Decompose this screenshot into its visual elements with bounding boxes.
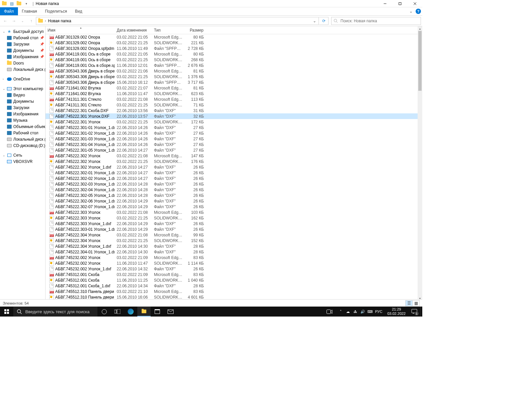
nav-item[interactable]: Рабочий стол📌 (0, 35, 45, 41)
file-row[interactable]: АБВГ.745312.001 Скоба03.02.2022 21:09Mic… (46, 272, 418, 277)
file-row[interactable]: АБВГ.745222.302-05 Уголок_1.dxf22.06.201… (46, 193, 418, 198)
nav-forward-button[interactable]: → (10, 17, 18, 25)
file-row[interactable]: АБВГ.745222.301-04 Уголок_1.dxf22.06.201… (46, 142, 418, 147)
file-row[interactable]: АБВГ.745222.302-01 Уголок_1.dxf22.06.201… (46, 170, 418, 176)
file-row[interactable]: АБВГ.745512.310 Панель двери03.02.2022 2… (46, 289, 418, 294)
nav-item[interactable]: Изображения📌 (0, 54, 45, 60)
close-button[interactable] (407, 0, 422, 7)
nav-item[interactable]: Видео (0, 92, 45, 98)
nav-item[interactable]: VBOXSVR (0, 158, 45, 165)
show-desktop-button[interactable] (420, 307, 422, 317)
file-row[interactable]: АБВГ.711641.002 Втулка11.06.2010 11:47SO… (46, 91, 418, 96)
file-row[interactable]: АБВГ.745222.302-02 Уголок_1.dxf22.06.201… (46, 176, 418, 181)
nav-item[interactable]: Рабочий стол (0, 130, 45, 136)
file-row[interactable]: АБВГ.745222.301 Уголок03.02.2022 21:25SO… (46, 119, 418, 125)
qat-properties-icon[interactable]: ▤ (8, 0, 15, 7)
nav-item[interactable]: Объемные объекты (0, 123, 45, 130)
file-row[interactable]: АБВГ.745222.301 Уголок.DXF22.06.2010 13:… (46, 113, 418, 119)
file-row[interactable]: АБВГ.305343.306 Дверь в сборе.spfpdm15.0… (46, 79, 418, 85)
file-row[interactable]: АБВГ.745222.302-04 Уголок_1.dxf22.06.201… (46, 187, 418, 193)
action-center-button[interactable]: 1 (408, 307, 420, 317)
view-large-button[interactable]: ▦ (412, 300, 420, 306)
tray-volume-icon[interactable]: 🔊 (359, 307, 366, 317)
maximize-button[interactable] (392, 0, 407, 7)
nav-item[interactable]: Doors (0, 60, 45, 66)
nav-item[interactable]: CD-дисковод (D:) V (0, 142, 45, 149)
file-row[interactable]: АБВГ.741311.301 Стекло03.02.2022 21:08Mi… (46, 96, 418, 102)
file-row[interactable]: АБВГ.741311.301 Стекло03.02.2022 21:25SO… (46, 102, 418, 108)
tab-view[interactable]: Вид (71, 7, 86, 15)
tray-onedrive-icon[interactable]: ☁ (345, 307, 351, 317)
nav-item[interactable]: Документы (0, 98, 45, 104)
file-row[interactable]: АБВГ.745222.302-03 Уголок_1.dxf22.06.201… (46, 181, 418, 187)
nav-item[interactable]: Загрузки📌 (0, 41, 45, 47)
nav-quick-access[interactable]: ⌄★Быстрый доступ (0, 28, 45, 35)
nav-item[interactable]: Документы📌 (0, 47, 45, 54)
col-type[interactable]: Тип (152, 26, 185, 34)
search-input[interactable] (340, 18, 419, 24)
vertical-scrollbar[interactable]: ▴ ▾ (418, 26, 422, 301)
nav-item[interactable]: Загрузки (0, 104, 45, 111)
help-button[interactable]: ? (414, 7, 422, 15)
cortana-button[interactable] (97, 307, 111, 317)
qat-folder-icon[interactable] (1, 0, 8, 7)
taskbar-store[interactable] (151, 307, 164, 317)
file-row[interactable]: АБВГ.301329.002 Опора.spfpdm11.06.2010 1… (46, 46, 418, 51)
breadcrumb-root-icon[interactable] (37, 17, 44, 25)
nav-network[interactable]: ⌄Сеть (0, 152, 45, 158)
file-row[interactable]: АБВГ.301329.002 Опора03.02.2022 21:05Mic… (46, 34, 418, 40)
task-view-button[interactable] (111, 307, 124, 317)
qat-open-folder-icon[interactable] (15, 0, 23, 7)
qat-dropdown-icon[interactable]: ▾ (23, 0, 30, 7)
nav-this-pc[interactable]: ⌄Этот компьютер (0, 85, 45, 92)
tray-language[interactable]: РУС (374, 307, 383, 317)
view-details-button[interactable]: ☰ (405, 300, 413, 306)
tab-home[interactable]: Главная (18, 7, 41, 15)
file-row[interactable]: АБВГ.745232.002 Уголок03.02.2022 21:09Mi… (46, 255, 418, 260)
chevron-right-icon[interactable]: › (44, 19, 47, 23)
file-row[interactable]: АБВГ.745222.301-05 Уголок_1.dxf22.06.201… (46, 147, 418, 153)
file-row[interactable]: АБВГ.745222.302 Уголок_1.dxf22.06.2010 1… (46, 164, 418, 170)
minimize-button[interactable] (377, 0, 392, 7)
nav-up-button[interactable]: ↑ (27, 17, 35, 25)
file-row[interactable]: АБВГ.745222.301 Скоба.DXF22.06.2010 13:5… (46, 108, 418, 113)
file-row[interactable]: АБВГ.745222.301-03 Уголок_1.dxf22.06.201… (46, 136, 418, 142)
file-row[interactable]: АБВГ.745222.303 Уголок03.02.2022 21:08Mi… (46, 209, 418, 215)
file-row[interactable]: АБВГ.745312.001 Скоба11.06.2010 11:25SOL… (46, 277, 418, 283)
taskbar-edge[interactable] (124, 307, 137, 317)
breadcrumb[interactable]: › Новая папка ⌄ (36, 17, 319, 25)
file-row[interactable]: АБВГ.745232.002 Уголок11.06.2010 11:47SO… (46, 260, 418, 266)
nav-onedrive[interactable]: ›OneDrive (0, 76, 45, 82)
file-row[interactable]: АБВГ.711641.002 Втулка03.02.2022 21:07Mi… (46, 85, 418, 91)
file-row[interactable]: АБВГ.745222.304 Уголок03.02.2022 21:08Mi… (46, 232, 418, 238)
file-row[interactable]: АБВГ.745222.302 Уголок03.02.2022 21:08Mi… (46, 153, 418, 159)
file-row[interactable]: АБВГ.745222.303 Уголок_1.dxf22.06.2010 1… (46, 221, 418, 226)
nav-item[interactable]: Локальный диск (C (0, 136, 45, 142)
file-row[interactable]: АБВГ.304119.001 Ось в сборе.spfpdm11.06.… (46, 63, 418, 68)
file-row[interactable]: АБВГ.304119.001 Ось в сборе03.02.2022 21… (46, 51, 418, 57)
tray-input-icon[interactable]: ⌨ (367, 307, 373, 317)
tab-file[interactable]: Файл (0, 7, 18, 15)
file-row[interactable]: АБВГ.304119.001 Ось в сборе03.02.2022 21… (46, 57, 418, 63)
file-row[interactable]: АБВГ.745312.001 Скоба_1.dxf22.06.2010 14… (46, 283, 418, 289)
nav-back-button[interactable]: ← (1, 17, 9, 25)
breadcrumb-dropdown-icon[interactable]: ⌄ (311, 19, 318, 23)
file-row[interactable]: АБВГ.305343.306 Дверь в сборе03.02.2022 … (46, 68, 418, 74)
file-row[interactable]: АБВГ.745222.302-06 Уголок_1.dxf22.06.201… (46, 198, 418, 204)
file-row[interactable]: АБВГ.745222.302 Уголок03.02.2022 21:25SO… (46, 159, 418, 164)
file-row[interactable]: АБВГ.301329.002 Опора03.02.2022 21:25SOL… (46, 40, 418, 46)
breadcrumb-folder[interactable]: Новая папка (47, 17, 72, 25)
nav-item[interactable]: Музыка (0, 117, 45, 123)
search-box[interactable] (331, 17, 421, 25)
file-row[interactable]: АБВГ.745222.303-01 Уголок_1.dxf22.06.201… (46, 226, 418, 232)
file-row[interactable]: АБВГ.745222.303 Уголок03.02.2022 21:25SO… (46, 215, 418, 221)
file-row[interactable]: АБВГ.305343.306 Дверь в сборе03.02.2022 … (46, 74, 418, 79)
refresh-button[interactable]: ⟳ (319, 17, 329, 25)
start-button[interactable] (0, 307, 13, 317)
file-row[interactable]: АБВГ.745222.301-01 Уголок_1.dxf22.06.201… (46, 125, 418, 130)
taskbar-mail[interactable] (164, 307, 177, 317)
file-row[interactable]: АБВГ.745222.304 Уголок03.02.2022 21:25SO… (46, 238, 418, 243)
tray-overflow-icon[interactable]: ˄ (337, 307, 344, 317)
file-row[interactable]: АБВГ.745222.301-02 Уголок_1.dxf22.06.201… (46, 130, 418, 136)
taskbar-search[interactable]: Введите здесь текст для поиска (13, 307, 97, 317)
